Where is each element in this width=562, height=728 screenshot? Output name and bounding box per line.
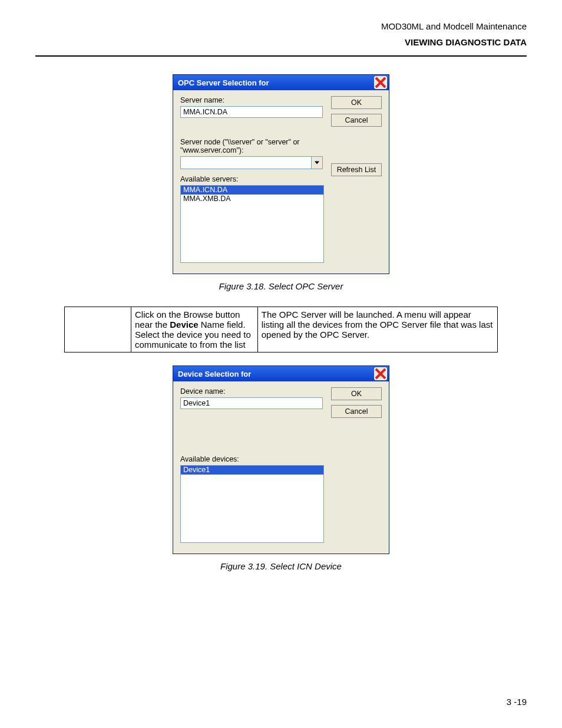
- list-item[interactable]: MMA.ICN.DA: [181, 186, 323, 195]
- table-cell: The OPC Server will be launched. A menu …: [257, 307, 497, 353]
- close-icon[interactable]: [374, 367, 387, 380]
- device-selection-dialog: Device Selection for Device name: Availa…: [173, 365, 389, 554]
- dialog-title: Device Selection for: [178, 370, 251, 378]
- page-number: 3 -19: [507, 697, 527, 707]
- available-servers-list[interactable]: MMA.ICN.DAMMA.XMB.DA: [180, 185, 324, 263]
- cancel-button[interactable]: Cancel: [331, 405, 382, 418]
- list-item[interactable]: Device1: [181, 466, 323, 475]
- header-rule: [35, 55, 527, 57]
- refresh-list-button[interactable]: Refresh List: [331, 163, 382, 176]
- table-cell: [65, 307, 131, 353]
- server-node-label: Server node ("\\server" or "server" or "…: [180, 138, 323, 154]
- ok-button[interactable]: OK: [331, 387, 382, 400]
- device-name-label: Device name:: [180, 387, 323, 396]
- list-item[interactable]: MMA.XMB.DA: [181, 195, 323, 203]
- server-name-input[interactable]: [180, 106, 323, 118]
- table-row: Click on the Browse button near the Devi…: [65, 307, 498, 353]
- titlebar: Device Selection for: [173, 366, 389, 381]
- close-icon[interactable]: [374, 76, 387, 89]
- cancel-button[interactable]: Cancel: [331, 114, 382, 127]
- server-name-label: Server name:: [180, 96, 323, 104]
- titlebar: OPC Server Selection for: [173, 75, 389, 90]
- dialog-title: OPC Server Selection for: [178, 78, 269, 87]
- available-devices-list[interactable]: Device1: [180, 465, 324, 543]
- device-name-input[interactable]: [180, 397, 323, 409]
- section-title: VIEWING DIAGNOSTIC DATA: [35, 37, 527, 47]
- figure-caption: Figure 3.19. Select ICN Device: [35, 561, 527, 571]
- opc-server-dialog: OPC Server Selection for Server name: Se…: [173, 74, 389, 274]
- ok-button[interactable]: OK: [331, 96, 382, 109]
- doc-title: MOD30ML and Modcell Maintenance: [35, 21, 527, 31]
- available-devices-label: Available devices:: [180, 455, 323, 463]
- figure-caption: Figure 3.18. Select OPC Server: [35, 281, 527, 291]
- available-servers-label: Available servers:: [180, 175, 323, 183]
- instruction-table: Click on the Browse button near the Devi…: [64, 307, 498, 353]
- server-node-combo[interactable]: [180, 156, 323, 169]
- table-cell: Click on the Browse button near the Devi…: [131, 307, 258, 353]
- chevron-down-icon[interactable]: [311, 156, 323, 169]
